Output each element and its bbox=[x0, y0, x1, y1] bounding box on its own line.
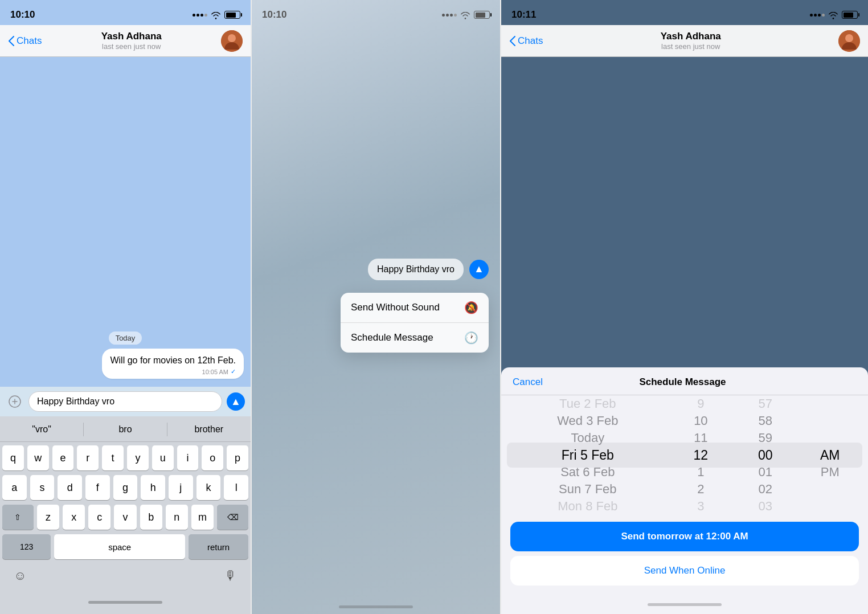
key-z[interactable]: z bbox=[37, 505, 59, 530]
attach-button[interactable] bbox=[6, 392, 24, 411]
nav-bar-3: Chats Yash Adhana last seen just now bbox=[501, 25, 868, 57]
key-return[interactable]: return bbox=[189, 534, 248, 559]
emoji-icon[interactable]: ☺ bbox=[14, 568, 26, 583]
home-bar-2 bbox=[339, 605, 413, 608]
message-check-1: ✓ bbox=[231, 368, 236, 375]
date-picker[interactable]: Tue 2 Feb Wed 3 Feb Today Fri 5 Feb Sat … bbox=[501, 395, 868, 515]
key-j[interactable]: j bbox=[169, 475, 193, 500]
key-w[interactable]: w bbox=[27, 445, 49, 470]
predictive-bar: "vro" bro brother bbox=[0, 420, 251, 442]
picker-min-3: 00 bbox=[733, 447, 797, 464]
svg-point-1 bbox=[228, 34, 236, 42]
back-button-3[interactable]: Chats bbox=[509, 35, 543, 47]
signal-icon-3 bbox=[810, 14, 825, 17]
key-l[interactable]: l bbox=[224, 475, 248, 500]
key-v[interactable]: v bbox=[114, 505, 136, 530]
key-i[interactable]: i bbox=[177, 445, 199, 470]
context-item-1-label: Send Without Sound bbox=[351, 302, 440, 313]
key-y[interactable]: y bbox=[127, 445, 149, 470]
key-t[interactable]: t bbox=[102, 445, 124, 470]
picker-date-column[interactable]: Tue 2 Feb Wed 3 Feb Today Fri 5 Feb Sat … bbox=[507, 395, 669, 515]
schedule-icon: 🕐 bbox=[464, 331, 478, 345]
nav-subtitle-1: last seen just now bbox=[101, 42, 162, 51]
s2-bubble-row: Happy Birthday vro ▲ bbox=[368, 259, 489, 280]
prediction-1[interactable]: "vro" bbox=[0, 422, 83, 437]
s3-dot-3 bbox=[818, 14, 821, 17]
key-n[interactable]: n bbox=[166, 505, 188, 530]
picker-hour-2: 11 bbox=[669, 429, 733, 447]
key-m[interactable]: m bbox=[191, 505, 214, 530]
keyboard: "vro" bro brother q w e r t y u i o p a bbox=[0, 416, 251, 614]
context-schedule-message[interactable]: Schedule Message 🕐 bbox=[341, 322, 489, 353]
battery-icon-2 bbox=[474, 11, 490, 19]
picker-date-5: Sun 7 Feb bbox=[507, 481, 669, 498]
key-d[interactable]: d bbox=[58, 475, 82, 500]
nav-bar-1: Chats Yash Adhana last seen just now bbox=[0, 25, 251, 57]
cancel-button[interactable]: Cancel bbox=[513, 376, 543, 388]
key-h[interactable]: h bbox=[141, 475, 165, 500]
avatar-3[interactable] bbox=[838, 30, 860, 52]
key-e[interactable]: e bbox=[52, 445, 74, 470]
key-b[interactable]: b bbox=[140, 505, 162, 530]
input-text: Happy Birthday vro bbox=[37, 396, 114, 407]
key-p[interactable]: p bbox=[227, 445, 248, 470]
send-tomorrow-button[interactable]: Send tomorrow at 12:00 AM bbox=[510, 522, 859, 551]
key-o[interactable]: o bbox=[202, 445, 223, 470]
home-indicator-3 bbox=[501, 595, 868, 614]
key-f[interactable]: f bbox=[85, 475, 110, 500]
key-delete[interactable]: ⌫ bbox=[217, 505, 248, 530]
prediction-3[interactable]: brother bbox=[167, 422, 251, 437]
signal-dot-3 bbox=[200, 14, 203, 17]
key-c[interactable]: c bbox=[88, 505, 110, 530]
key-g[interactable]: g bbox=[113, 475, 138, 500]
nav-center-1: Yash Adhana last seen just now bbox=[101, 31, 162, 51]
message-time-1: 10:05 AM bbox=[202, 369, 228, 375]
status-time-1: 10:10 bbox=[10, 9, 35, 21]
context-send-without-sound[interactable]: Send Without Sound 🔕 bbox=[341, 293, 489, 322]
key-r[interactable]: r bbox=[77, 445, 99, 470]
picker-min-2: 59 bbox=[733, 429, 797, 447]
home-indicator-1 bbox=[0, 592, 251, 612]
key-s[interactable]: s bbox=[30, 475, 55, 500]
back-label-3: Chats bbox=[518, 35, 543, 47]
send-button-1[interactable]: ▲ bbox=[227, 392, 245, 411]
s2-dot-2 bbox=[446, 14, 449, 17]
picker-ampm-column[interactable]: AM PM bbox=[798, 395, 862, 515]
picker-minute-column[interactable]: 57 58 59 00 01 02 03 bbox=[733, 395, 797, 515]
prediction-2[interactable]: bro bbox=[84, 422, 167, 437]
status-time-2: 10:10 bbox=[262, 9, 286, 21]
key-k[interactable]: k bbox=[196, 475, 221, 500]
back-button-1[interactable]: Chats bbox=[8, 35, 42, 47]
mic-icon[interactable]: 🎙 bbox=[224, 568, 237, 583]
key-q[interactable]: q bbox=[2, 445, 24, 470]
message-text-1: Will go for movies on 12th Feb. bbox=[110, 354, 236, 367]
key-space[interactable]: space bbox=[54, 534, 185, 559]
chat-area-3 bbox=[501, 57, 868, 367]
picker-hour-3: 12 bbox=[669, 447, 733, 464]
picker-ampm-4: PM bbox=[798, 464, 862, 481]
key-123[interactable]: 123 bbox=[2, 534, 51, 559]
key-shift[interactable]: ⇧ bbox=[2, 505, 34, 530]
picker-date-6: Mon 8 Feb bbox=[507, 498, 669, 515]
screen-2: 10:10 Happy bbox=[252, 0, 500, 614]
send-when-online-button[interactable]: Send When Online bbox=[510, 556, 859, 586]
message-input[interactable]: Happy Birthday vro bbox=[28, 391, 222, 412]
home-bar-3 bbox=[648, 603, 722, 606]
avatar-1[interactable] bbox=[221, 30, 243, 52]
key-row-2: a s d f g h j k l bbox=[2, 475, 248, 500]
date-badge: Today bbox=[7, 333, 244, 343]
signal-icon bbox=[193, 14, 207, 17]
key-a[interactable]: a bbox=[2, 475, 27, 500]
s3-dot-1 bbox=[810, 14, 813, 17]
signal-dot-4 bbox=[204, 14, 207, 17]
nav-subtitle-3: last seen just now bbox=[661, 42, 721, 51]
picker-hour-column[interactable]: 9 10 11 12 1 2 3 bbox=[669, 395, 733, 515]
key-u[interactable]: u bbox=[152, 445, 174, 470]
status-bar-3: 10:11 bbox=[501, 0, 868, 25]
status-icons-2 bbox=[442, 11, 490, 19]
context-item-2-label: Schedule Message bbox=[351, 332, 433, 343]
key-x[interactable]: x bbox=[63, 505, 85, 530]
battery-icon-3 bbox=[842, 11, 858, 19]
keyboard-rows: q w e r t y u i o p a s d f g h j k bbox=[0, 442, 251, 559]
s2-send-button[interactable]: ▲ bbox=[469, 260, 489, 279]
